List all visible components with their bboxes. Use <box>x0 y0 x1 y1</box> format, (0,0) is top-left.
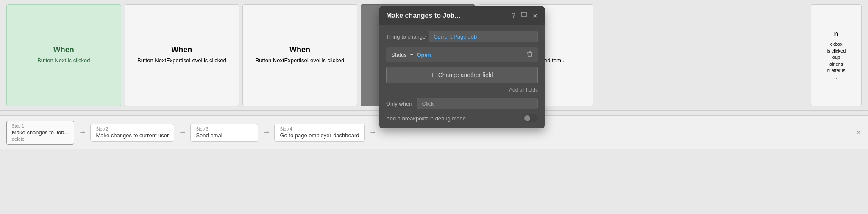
step-2-item[interactable]: Step 2 Make changes to current user <box>90 124 174 142</box>
card-2-subtitle: Button NextExpertiseLevel is clicked <box>137 57 226 64</box>
step-3-label: Step 3 <box>196 127 253 131</box>
status-label: Status <box>391 52 407 58</box>
change-another-field-button[interactable]: + Change another field <box>386 67 538 83</box>
card-1-subtitle: Button Next is clicked <box>37 57 90 64</box>
card-when-button-next[interactable]: When Button Next is clicked <box>6 4 121 106</box>
breakpoint-row: Add a breakpoint in debug mode <box>386 114 538 122</box>
step-1-delete[interactable]: delete <box>12 136 69 142</box>
modal-header: Make changes to Job... ? ✕ <box>379 6 545 25</box>
modal-title: Make changes to Job... <box>386 12 460 19</box>
modal-make-changes: Make changes to Job... ? ✕ Thing to chan… <box>379 6 545 128</box>
breakpoint-toggle[interactable] <box>523 114 538 122</box>
card-when-button-nextexpertise-1[interactable]: When Button NextExpertiseLevel is clicke… <box>125 4 239 106</box>
add-all-fields-link[interactable]: Add all fields <box>386 87 538 93</box>
status-row: Status = Open <box>386 47 538 62</box>
step-3-name: Send email <box>196 132 253 139</box>
only-when-input[interactable]: Click <box>417 98 538 109</box>
change-field-label: Change another field <box>438 72 493 78</box>
step-3-item[interactable]: Step 3 Send email <box>190 124 258 142</box>
step-1-item[interactable]: Step 1 Make changes to Job... delete <box>6 121 74 145</box>
only-when-label: Only when <box>386 100 412 107</box>
step-arrow-3: → <box>262 128 270 137</box>
thing-to-change-label: Thing to change <box>386 33 426 40</box>
plus-icon: + <box>431 71 434 79</box>
step-2-label: Step 2 <box>96 127 169 131</box>
breakpoint-label: Add a breakpoint in debug mode <box>386 115 466 122</box>
modal-close-icon[interactable]: ✕ <box>532 12 538 20</box>
step-arrow-1: → <box>78 128 86 137</box>
trash-icon[interactable] <box>527 51 533 59</box>
card-when-button-nextexpertise-2[interactable]: When Button NextExpertiseLevel is clicke… <box>242 4 357 106</box>
card-3-title: When <box>289 45 310 54</box>
only-when-row: Only when Click <box>386 98 538 109</box>
card-6-subtitle: ckboxis clickedoupainer'srLetter is, <box>827 41 846 80</box>
step-2-name: Make changes to current user <box>96 132 169 139</box>
card-1-title: When <box>53 45 74 54</box>
help-icon[interactable]: ? <box>512 12 515 19</box>
card-3-subtitle: Button NextExpertiseLevel is clicked <box>256 57 345 64</box>
modal-header-icons: ? ✕ <box>512 11 538 20</box>
step-1-name: Make changes to Job... <box>12 129 69 136</box>
thing-to-change-value[interactable]: Current Page Job <box>429 31 538 42</box>
close-steps-button[interactable]: ✕ <box>855 128 862 137</box>
status-value[interactable]: Open <box>417 52 431 58</box>
comment-icon[interactable] <box>520 11 527 20</box>
toggle-knob <box>524 115 530 121</box>
thing-to-change-row: Thing to change Current Page Job <box>386 31 538 42</box>
card-partial-right[interactable]: n ckboxis clickedoupainer'srLetter is, <box>811 4 862 106</box>
modal-body: Thing to change Current Page Job Status … <box>379 25 545 128</box>
step-1-label: Step 1 <box>12 124 69 128</box>
card-2-title: When <box>171 45 192 54</box>
status-equals: = <box>410 52 414 58</box>
step-4-label: Step 4 <box>280 127 359 131</box>
step-4-item[interactable]: Step 4 Go to page employer-dashboard <box>274 124 364 142</box>
step-4-name: Go to page employer-dashboard <box>280 132 359 139</box>
card-6-title: n <box>834 30 839 39</box>
step-arrow-4: → <box>369 128 377 137</box>
step-arrow-2: → <box>178 128 186 137</box>
